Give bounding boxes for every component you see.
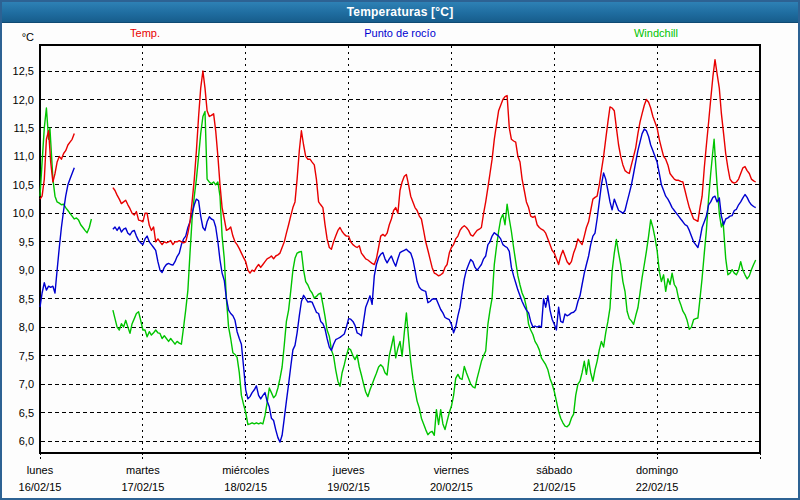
series-line-punto-rocio (113, 129, 756, 442)
day-date-label: 16/02/15 (19, 481, 62, 493)
y-tick-label: 6,0 (19, 435, 34, 447)
y-tick-label: 7,5 (19, 350, 34, 362)
day-date-label: 19/02/15 (327, 481, 370, 493)
series-line-temp (40, 131, 74, 199)
y-tick-label: 12,0 (13, 94, 34, 106)
y-tick-label: 6,5 (19, 407, 34, 419)
day-name-label: lunes (27, 464, 54, 476)
day-name-label: miércoles (222, 464, 270, 476)
app-window: Temperaturas [°C] Temp. Punto de rocío W… (0, 0, 800, 500)
y-tick-label: 11,0 (13, 150, 34, 162)
y-tick-label: 10,5 (13, 179, 34, 191)
day-date-label: 17/02/15 (121, 481, 164, 493)
y-tick-label: 11,5 (13, 122, 34, 134)
series-line-windchill (40, 108, 91, 233)
plot-border (40, 45, 760, 453)
day-name-label: martes (126, 464, 160, 476)
y-tick-label: 9,5 (19, 236, 34, 248)
day-name-label: viernes (434, 464, 470, 476)
day-name-label: sábado (536, 464, 572, 476)
series-line-punto-rocio (40, 168, 74, 307)
day-name-label: domingo (636, 464, 678, 476)
day-date-label: 18/02/15 (224, 481, 267, 493)
day-name-label: jueves (332, 464, 365, 476)
y-tick-label: 8,0 (19, 321, 34, 333)
y-tick-label: 7,0 (19, 378, 34, 390)
y-tick-label: 12,5 (13, 65, 34, 77)
chart-svg: 6,06,57,07,58,08,59,09,510,010,511,011,5… (2, 2, 798, 498)
y-tick-label: 8,5 (19, 293, 34, 305)
series-line-temp (113, 60, 756, 276)
y-tick-label: 9,0 (19, 264, 34, 276)
day-date-label: 20/02/15 (430, 481, 473, 493)
day-date-label: 21/02/15 (533, 481, 576, 493)
y-tick-label: 10,0 (13, 207, 34, 219)
y-axis-unit-label: °C (22, 31, 34, 43)
day-date-label: 22/02/15 (636, 481, 679, 493)
